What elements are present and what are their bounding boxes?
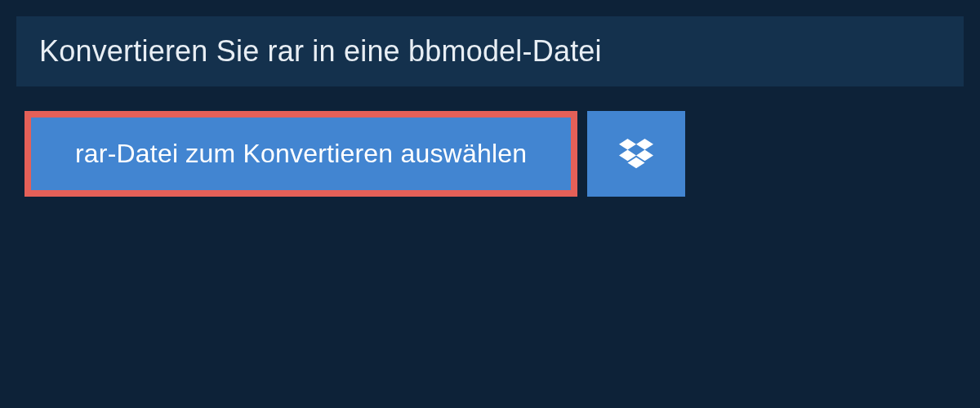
page-title: Konvertieren Sie rar in eine bbmodel-Dat… bbox=[39, 34, 602, 68]
select-file-button[interactable]: rar-Datei zum Konvertieren auswählen bbox=[24, 111, 577, 197]
converter-panel: Konvertieren Sie rar in eine bbmodel-Dat… bbox=[16, 16, 964, 221]
dropbox-icon bbox=[619, 139, 653, 170]
dropbox-button[interactable] bbox=[587, 111, 685, 197]
title-bar: Konvertieren Sie rar in eine bbmodel-Dat… bbox=[16, 16, 625, 86]
select-file-label: rar-Datei zum Konvertieren auswählen bbox=[75, 139, 527, 168]
file-select-row: rar-Datei zum Konvertieren auswählen bbox=[16, 86, 964, 221]
